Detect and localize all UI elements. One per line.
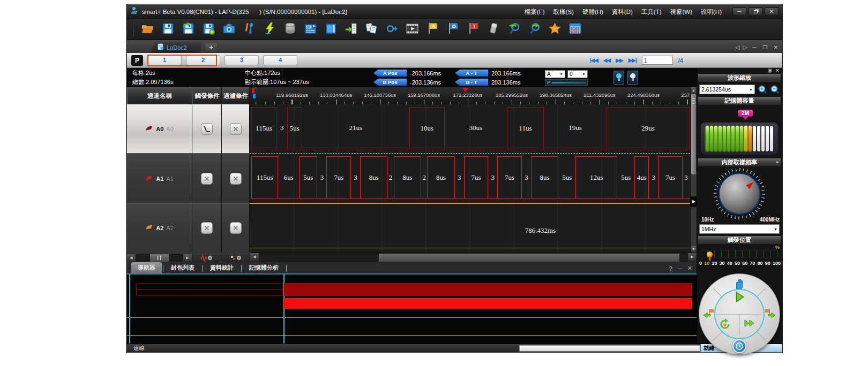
acquire-lightning-button[interactable] — [263, 22, 276, 36]
channel-name-cell-a0[interactable]: A0A0 — [127, 104, 192, 154]
bottom-tab-3[interactable]: 記憶體分析 — [243, 262, 285, 273]
menu-item-5[interactable]: 視窗(W) — [667, 6, 696, 18]
first-page-button[interactable]: |◀◀ — [590, 57, 598, 63]
scroll-right-button[interactable]: ▶ — [688, 253, 697, 261]
bulb-on-button[interactable] — [613, 71, 624, 85]
scroll-left-button[interactable]: ◀ — [250, 253, 259, 261]
page-number-input[interactable] — [642, 56, 673, 65]
trigger-condition-button[interactable] — [201, 123, 213, 135]
zoom-next-button[interactable] — [527, 22, 541, 36]
panel-close-button[interactable]: ✕ — [687, 265, 692, 272]
restore-button[interactable] — [749, 7, 762, 16]
pin-icon[interactable] — [768, 68, 772, 73]
next-page-button[interactable]: ▶▶ — [616, 57, 623, 63]
vertical-scroll-thumb[interactable] — [691, 94, 696, 174]
panel-help-button[interactable]: ? — [669, 265, 672, 272]
a-pos-badge[interactable]: A Pos — [373, 70, 407, 77]
minimize-button[interactable]: ─ — [732, 7, 746, 16]
go-next-flag-button[interactable] — [764, 308, 776, 320]
compare-documents-button[interactable] — [364, 22, 378, 36]
scroll-right-button[interactable]: ▶ — [183, 254, 192, 262]
page-button-2[interactable]: 2 — [186, 55, 220, 65]
save-button[interactable] — [161, 22, 175, 36]
channel-name-cell-a1[interactable]: A1A1 — [127, 154, 192, 204]
trigger-condition-button[interactable] — [201, 173, 213, 185]
menu-item-3[interactable]: 資料(D) — [609, 6, 636, 18]
waveform-scrollbar[interactable]: ◀ ▶ — [250, 253, 697, 262]
flag-t-button[interactable]: T — [466, 22, 480, 36]
binary-data-button[interactable]: 01010101 — [568, 22, 582, 36]
menu-item-4[interactable]: 工具(T) — [638, 6, 665, 18]
menu-item-0[interactable]: 檔案(F) — [521, 6, 548, 18]
panel-collapse-button[interactable]: ▶ — [691, 196, 697, 207]
doc-minimize-button[interactable]: ─ — [751, 44, 758, 50]
trigger-mark-button[interactable] — [192, 253, 221, 262]
bottom-tab-0[interactable]: 導航器 — [131, 262, 162, 273]
a-t-badge[interactable]: A - T — [455, 70, 488, 77]
menu-item-6[interactable]: 說明(H) — [698, 6, 725, 18]
page-button-3[interactable]: 3 — [225, 55, 259, 65]
bus-connector-button[interactable] — [385, 22, 399, 36]
window-layout-button[interactable] — [324, 22, 338, 36]
vertical-scrollbar[interactable]: ▲ ▶ ▼ — [690, 87, 697, 253]
scroll-down-button[interactable]: ▼ — [691, 246, 697, 253]
go-previous-flag-button[interactable] — [702, 308, 715, 320]
tab-scroll-left-icon[interactable]: ◁ — [735, 44, 739, 51]
bulb-off-button[interactable] — [627, 71, 638, 85]
frequency-select[interactable]: 1MHz▼ — [699, 224, 780, 234]
filter-condition-button[interactable] — [230, 173, 242, 185]
last-page-button[interactable]: ▶▶| — [628, 57, 637, 63]
navigator-canvas[interactable] — [127, 273, 697, 344]
memory-gauge[interactable]: 2M — [697, 105, 782, 158]
doc-close-button[interactable]: ✕ — [772, 44, 780, 50]
zoom-in-button[interactable] — [757, 85, 767, 95]
instrument-button[interactable] — [303, 22, 317, 36]
expand-icon[interactable]: » — [776, 158, 779, 166]
waveform-a1[interactable]: 115us6us5us37us38us28us28us37us37us38us5… — [250, 154, 690, 204]
repeat-button[interactable] — [719, 318, 731, 331]
trigger-position-bar[interactable] — [700, 250, 779, 258]
scroll-left-button[interactable]: ◀ — [127, 254, 136, 262]
column-header-filter-condition[interactable]: 過濾條件 — [222, 87, 250, 104]
trigger-position-pin[interactable] — [707, 251, 713, 260]
bottom-tab-1[interactable]: 封包列表 — [164, 262, 201, 273]
favorite-star-button[interactable] — [548, 22, 562, 36]
channel-scroll-thumb[interactable] — [150, 254, 169, 262]
close-button[interactable]: ✕ — [765, 7, 779, 16]
trigger-condition-button[interactable] — [201, 222, 213, 234]
waveform-scroll-thumb[interactable] — [379, 254, 679, 262]
zoom-out-button[interactable] — [769, 85, 780, 95]
filter-condition-button[interactable] — [230, 123, 242, 135]
previous-page-button[interactable]: ◀◀ — [603, 57, 610, 63]
waveform-zoom-select[interactable]: 2.613254us▼ — [699, 85, 755, 94]
waveform-a0[interactable]: 115us35us21us10us30us11us19us29us — [250, 104, 690, 154]
page-button-1[interactable]: 1 — [147, 55, 182, 65]
marker-index-select[interactable]: 0▼ — [567, 70, 588, 78]
document-tab[interactable]: LaDoc2 — [151, 42, 202, 53]
panel-minimize-button[interactable]: ─ — [678, 265, 682, 272]
waveform-a2[interactable]: 786.432ms — [250, 204, 690, 253]
scroll-up-button[interactable]: ▲ — [691, 87, 697, 94]
flag-b-button[interactable]: B — [446, 22, 460, 36]
clock-button[interactable] — [732, 339, 746, 353]
bottom-tab-2[interactable]: 資料統計 — [204, 262, 240, 273]
zoom-previous-button[interactable] — [507, 22, 521, 36]
page-group-badge[interactable]: P — [131, 55, 143, 66]
column-header-trigger-condition[interactable]: 觸發條件 — [192, 87, 222, 104]
play-button[interactable] — [732, 290, 746, 304]
panel-close-icon[interactable]: ✕ — [775, 68, 780, 73]
add-tab-button[interactable]: + — [205, 43, 217, 52]
screenshot-button[interactable] — [222, 22, 236, 36]
menu-item-2[interactable]: 硬體(H) — [579, 6, 607, 18]
waveform-video-button[interactable] — [405, 22, 419, 36]
filter-condition-button[interactable] — [230, 222, 242, 234]
fast-forward-button[interactable] — [743, 318, 756, 329]
save-settings-button[interactable] — [201, 22, 215, 36]
tab-scroll-right-icon[interactable]: ▷ — [743, 44, 747, 51]
time-ruler[interactable]: 119.968192us133.034464us146.100736us159.… — [250, 87, 690, 104]
filter-mark-button[interactable] — [221, 253, 250, 262]
b-pos-badge[interactable]: B Pos — [373, 79, 407, 86]
channel-list-scrollbar[interactable]: ◀ ▶ — [127, 253, 192, 262]
export-data-button[interactable] — [344, 22, 358, 36]
marker-select[interactable]: A▼ — [545, 70, 565, 78]
